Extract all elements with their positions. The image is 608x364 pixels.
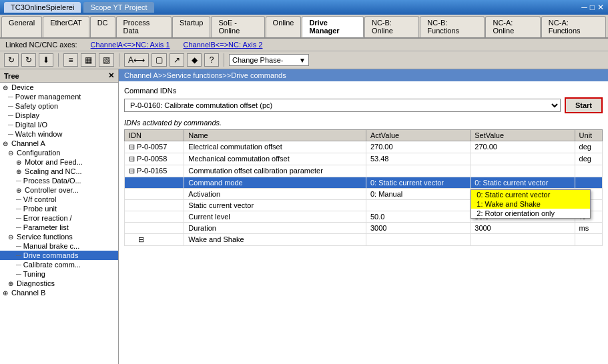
col-unit: Unit: [575, 130, 602, 141]
command-idns-select[interactable]: P-0-0160: Calibrate commutation offset (…: [124, 99, 561, 112]
tree-item-probe[interactable]: ─ Probe unit: [0, 204, 118, 213]
table-row-selected[interactable]: Command mode 0: Static current vector 0:…: [125, 177, 603, 189]
tree-panel: Tree ✕ ⊖ Device ─ Power management ─ Saf…: [0, 69, 119, 364]
toolbar-refresh1[interactable]: ↻: [4, 53, 19, 67]
table-row[interactable]: ⊟ Wake and Shake: [125, 234, 603, 246]
tree-item-motor[interactable]: ⊕ Motor and Feed...: [0, 157, 118, 167]
command-idns-section: Command IDNs P-0-0160: Calibrate commuta…: [119, 81, 608, 116]
maximize-icon[interactable]: □: [590, 3, 595, 12]
tab-ethercat[interactable]: EtherCAT: [43, 16, 89, 37]
col-name: Name: [184, 130, 366, 141]
tree-item-channel-b[interactable]: ⊕ Channel B: [0, 288, 118, 297]
title-bar: TC3OnlineSpielerei Scope YT Project ─ □ …: [0, 0, 608, 15]
table-row[interactable]: Duration 3000 3000 ms: [125, 223, 603, 234]
tree-item-process-data[interactable]: ─ Process Data/O...: [0, 176, 118, 185]
toolbar-grid1[interactable]: ▦: [81, 53, 96, 67]
start-button[interactable]: Start: [565, 97, 603, 113]
tab-drive-manager[interactable]: Drive Manager: [302, 16, 364, 37]
tree-close-icon[interactable]: ✕: [108, 71, 114, 80]
tab-ncb-online[interactable]: NC-B: Online: [364, 16, 419, 37]
tab-nca-online[interactable]: NC-A: Online: [485, 16, 540, 37]
tree-item-manual-brake[interactable]: ─ Manual brake c...: [0, 241, 118, 251]
tab-dc[interactable]: DC: [90, 16, 115, 37]
toolbar-diamond[interactable]: ◆: [187, 53, 202, 67]
tree-item-parameter-list[interactable]: ─ Parameter list: [0, 223, 118, 232]
tree-item-digital-io[interactable]: ─ Digital I/O: [0, 120, 118, 129]
tree-item-controller[interactable]: ⊕ Controller over...: [0, 185, 118, 195]
toolbar-link[interactable]: A⟷: [124, 53, 149, 67]
change-phase-label: Change Phase-: [232, 56, 283, 64]
tree-item-error-reaction[interactable]: ─ Error reaction /: [0, 213, 118, 223]
toolbar-arrow[interactable]: ↗: [170, 53, 184, 67]
tree-item-scaling[interactable]: ⊕ Scaling and NC...: [0, 167, 118, 176]
dropdown-arrow-icon: ▼: [299, 57, 306, 64]
table-row[interactable]: ⊟ P-0-0057 Electrical commutation offset…: [125, 141, 603, 153]
toolbar-box1[interactable]: ▢: [151, 53, 167, 67]
tree-item-device[interactable]: ⊖ Device: [0, 83, 118, 92]
tree-item-safety[interactable]: ─ Safety option: [0, 101, 118, 111]
toolbar-grid2[interactable]: ▧: [99, 53, 114, 67]
dropdown-option-0[interactable]: 0: Static current vector: [471, 190, 590, 199]
toolbar-refresh2[interactable]: ↻: [21, 53, 36, 67]
tab-startup[interactable]: Startup: [172, 16, 210, 37]
dropdown-option-1[interactable]: 1: Wake and Shake: [471, 199, 590, 209]
tree-item-vf-control[interactable]: ─ V/f control: [0, 195, 118, 204]
toolbar-help[interactable]: ?: [204, 53, 219, 67]
tab-process-data[interactable]: Process Data: [116, 16, 172, 37]
tree-item-channel-a[interactable]: ⊖ Channel A: [0, 139, 118, 148]
title-tab-inactive[interactable]: Scope YT Project: [83, 2, 154, 13]
minimize-icon[interactable]: ─: [581, 3, 587, 12]
tree-item-tuning[interactable]: ─ Tuning: [0, 269, 118, 279]
channel-a-link[interactable]: ChannelA<=>NC: Axis 1: [91, 41, 170, 49]
tab-general[interactable]: General: [1, 16, 42, 37]
change-phase-dropdown[interactable]: Change Phase- ▼: [229, 54, 309, 66]
dropdown-options: 0: Static current vector 1: Wake and Sha…: [471, 189, 591, 219]
tree-header: Tree ✕: [0, 69, 118, 83]
axes-label: Linked NC/CNC axes:: [5, 41, 77, 49]
toolbar-download[interactable]: ⬇: [39, 53, 53, 67]
toolbar-list[interactable]: ≡: [63, 53, 78, 67]
tree-item-display[interactable]: ─ Display: [0, 111, 118, 120]
toolbar: ↻ ↻ ⬇ ≡ ▦ ▧ A⟷ ▢ ↗ ◆ ? Change Phase- ▼: [0, 51, 608, 69]
tree-item-service-functions[interactable]: ⊖ Service functions: [0, 232, 118, 241]
tree-item-drive-commands[interactable]: ─ Drive commands: [0, 251, 118, 260]
table-row[interactable]: ⊟ P-0-0058 Mechanical commutation offset…: [125, 153, 603, 165]
command-idns-label: Command IDNs: [124, 87, 603, 95]
col-actvalue: ActValue: [366, 130, 470, 141]
idns-table: IDN Name ActValue SetValue Unit ⊟ P-0-00…: [124, 129, 603, 246]
idns-activated-label: IDNs activated by commands.: [119, 116, 608, 129]
col-setvalue: SetValue: [471, 130, 575, 141]
tab-soe-online[interactable]: SoE - Online: [211, 16, 264, 37]
channel-b-link[interactable]: ChannelB<=>NC: Axis 2: [184, 41, 263, 49]
table-row[interactable]: ⊟ P-0-0165 Commutation offset calibratio…: [125, 165, 603, 177]
title-tab-active[interactable]: TC3OnlineSpielerei: [4, 2, 81, 13]
content-header: Channel A>>Service functions>>Drive comm…: [119, 69, 608, 81]
tab-nca-functions[interactable]: NC-A: Functions: [541, 16, 606, 37]
tree-item-power[interactable]: ─ Power management: [0, 92, 118, 101]
tab-online[interactable]: Online: [266, 16, 302, 37]
content-panel: Channel A>>Service functions>>Drive comm…: [119, 69, 608, 364]
menu-tabs: General EtherCAT DC Process Data Startup…: [0, 15, 608, 39]
col-idn: IDN: [125, 130, 184, 141]
dropdown-option-2[interactable]: 2: Rotor orientation only: [471, 209, 590, 218]
tree-item-watch-window[interactable]: ─ Watch window: [0, 129, 118, 139]
close-icon[interactable]: ✕: [597, 3, 604, 12]
axes-bar: Linked NC/CNC axes: ChannelA<=>NC: Axis …: [0, 39, 608, 51]
tree-item-diagnostics[interactable]: ⊕ Diagnostics: [0, 279, 118, 288]
tree-item-configuration[interactable]: ⊖ Configuration: [0, 148, 118, 157]
tab-ncb-functions[interactable]: NC-B: Functions: [420, 16, 485, 37]
tree-item-calibrate[interactable]: ─ Calibrate comm...: [0, 260, 118, 269]
